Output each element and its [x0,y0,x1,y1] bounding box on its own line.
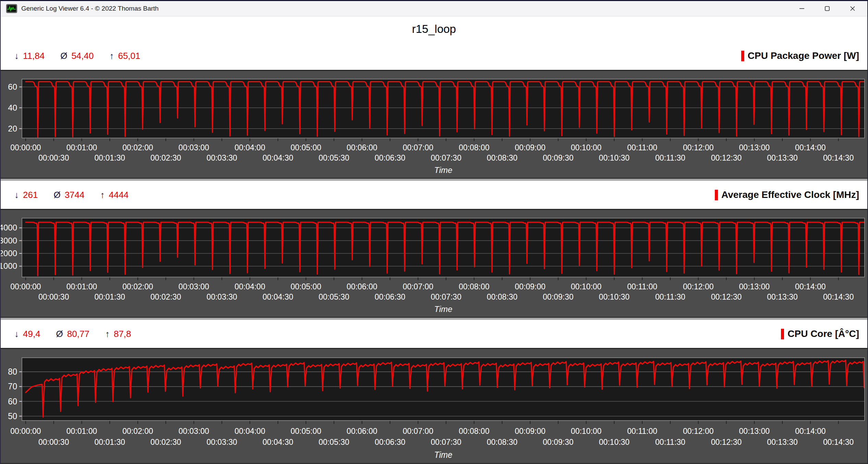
svg-text:00:09:00: 00:09:00 [515,282,546,291]
svg-text:00:05:00: 00:05:00 [291,426,321,436]
section-title-cpu-package-power: CPU Package Power [W] [741,50,859,61]
svg-text:00:02:00: 00:02:00 [122,143,153,152]
svg-text:00:04:30: 00:04:30 [262,437,293,447]
svg-text:00:03:00: 00:03:00 [179,143,209,152]
svg-text:00:10:30: 00:10:30 [599,437,629,447]
svg-text:00:08:30: 00:08:30 [487,437,517,447]
svg-text:00:05:30: 00:05:30 [319,153,350,162]
svg-text:00:06:30: 00:06:30 [375,437,405,447]
max-arrow-icon: ↑ [100,190,105,200]
close-button[interactable] [840,1,865,16]
svg-text:00:07:30: 00:07:30 [431,292,462,301]
svg-text:00:01:30: 00:01:30 [94,292,125,301]
svg-text:00:13:30: 00:13:30 [767,437,797,447]
svg-text:00:14:30: 00:14:30 [823,437,854,447]
svg-text:00:07:00: 00:07:00 [403,282,433,291]
close-icon [849,5,856,12]
svg-text:00:03:00: 00:03:00 [179,282,209,291]
chart-panel-cpu-package-power: 20406000:00:0000:00:3000:01:0000:01:3000… [1,70,867,179]
svg-text:00:00:30: 00:00:30 [38,437,69,447]
section-header-effective-clock: ↓ 261 Ø 3744 ↑ 4444 Average Effective Cl… [1,181,867,209]
svg-text:00:08:00: 00:08:00 [459,282,490,291]
svg-text:00:12:00: 00:12:00 [683,143,714,152]
svg-text:00:04:00: 00:04:00 [234,143,265,152]
svg-text:00:00:30: 00:00:30 [38,292,69,301]
svg-text:00:02:30: 00:02:30 [150,292,181,301]
chart-canvas-cpu-core-temp[interactable]: 5060708000:00:0000:00:3000:01:0000:01:30… [1,349,867,463]
svg-text:Time: Time [434,304,452,314]
stat-avg: 3744 [65,190,85,200]
svg-text:00:11:30: 00:11:30 [655,292,685,301]
average-icon: Ø [60,51,67,61]
svg-text:00:13:30: 00:13:30 [767,153,798,162]
svg-text:00:03:30: 00:03:30 [207,292,237,301]
svg-text:00:00:30: 00:00:30 [38,153,69,162]
section-header-cpu-package-power: ↓ 11,84 Ø 54,40 ↑ 65,01 CPU Package Powe… [1,42,867,70]
svg-text:00:11:00: 00:11:00 [627,282,657,291]
min-arrow-icon: ↓ [14,51,19,61]
minimize-button[interactable] [789,1,815,16]
svg-text:00:14:30: 00:14:30 [823,292,854,301]
svg-text:00:03:00: 00:03:00 [179,426,209,436]
stat-max: 4444 [109,190,129,200]
svg-text:00:08:00: 00:08:00 [459,426,489,436]
svg-text:00:04:30: 00:04:30 [262,153,293,162]
maximize-icon [824,5,831,12]
svg-text:00:10:00: 00:10:00 [571,282,602,291]
svg-text:00:01:00: 00:01:00 [66,426,97,436]
chart-canvas-cpu-package-power[interactable]: 20406000:00:0000:00:3000:01:0000:01:3000… [1,71,867,178]
svg-text:00:08:30: 00:08:30 [487,153,517,162]
svg-text:00:07:30: 00:07:30 [431,437,461,447]
svg-text:00:12:00: 00:12:00 [683,426,713,436]
svg-text:00:07:30: 00:07:30 [431,153,462,162]
svg-text:00:12:30: 00:12:30 [711,292,742,301]
stat-max: 65,01 [118,51,140,61]
section-title-cpu-core-temp: CPU Core [Â°C] [781,328,859,339]
svg-text:00:03:30: 00:03:30 [207,437,237,447]
svg-text:00:10:30: 00:10:30 [599,292,630,301]
window-title: Generic Log Viewer 6.4 - © 2022 Thomas B… [21,5,159,12]
svg-text:20: 20 [8,124,17,133]
average-icon: Ø [53,190,60,200]
svg-text:00:01:30: 00:01:30 [94,153,125,162]
titlebar[interactable]: Generic Log Viewer 6.4 - © 2022 Thomas B… [1,1,867,16]
svg-text:00:09:30: 00:09:30 [543,292,574,301]
svg-text:00:06:30: 00:06:30 [375,292,405,301]
svg-text:00:05:30: 00:05:30 [319,437,349,447]
svg-text:00:09:00: 00:09:00 [515,426,545,436]
stats-cpu-core-temp: ↓ 49,4 Ø 80,77 ↑ 87,8 [14,329,147,339]
svg-text:00:14:30: 00:14:30 [823,153,854,162]
page-title-band: r15_loop [1,16,867,42]
svg-text:00:11:30: 00:11:30 [655,153,685,162]
stat-avg: 54,40 [71,51,94,61]
svg-text:00:02:30: 00:02:30 [150,437,181,447]
chart-canvas-effective-clock[interactable]: 100020003000400000:00:0000:00:3000:01:00… [1,210,867,317]
svg-text:00:01:30: 00:01:30 [95,437,125,447]
svg-text:00:09:30: 00:09:30 [543,153,574,162]
section-title-text: Average Effective Clock [MHz] [721,189,859,200]
svg-text:00:04:00: 00:04:00 [234,282,265,291]
stat-min: 11,84 [23,51,45,61]
stat-min: 261 [23,190,38,200]
svg-text:00:07:00: 00:07:00 [403,143,433,152]
section-header-cpu-core-temp: ↓ 49,4 Ø 80,77 ↑ 87,8 CPU Core [Â°C] [1,320,867,348]
svg-text:Time: Time [434,165,452,175]
svg-text:00:09:00: 00:09:00 [515,143,546,152]
chart-panel-cpu-core-temp: 5060708000:00:0000:00:3000:01:0000:01:30… [1,348,867,464]
legend-color-bar [781,329,784,339]
maximize-button[interactable] [815,1,840,16]
stat-max: 87,8 [114,329,131,339]
stats-cpu-package-power: ↓ 11,84 Ø 54,40 ↑ 65,01 [14,51,156,61]
app-logo-icon[interactable] [6,4,17,13]
svg-text:00:00:00: 00:00:00 [10,143,41,152]
svg-text:00:12:30: 00:12:30 [711,153,742,162]
section-title-effective-clock: Average Effective Clock [MHz] [715,189,859,200]
svg-text:60: 60 [8,397,17,406]
svg-text:70: 70 [8,382,17,391]
svg-text:00:02:30: 00:02:30 [150,153,181,162]
svg-text:00:01:00: 00:01:00 [66,282,97,291]
svg-text:00:11:30: 00:11:30 [655,437,685,447]
app-window: Generic Log Viewer 6.4 - © 2022 Thomas B… [0,0,868,464]
svg-text:00:02:00: 00:02:00 [122,426,153,436]
min-arrow-icon: ↓ [14,190,19,200]
